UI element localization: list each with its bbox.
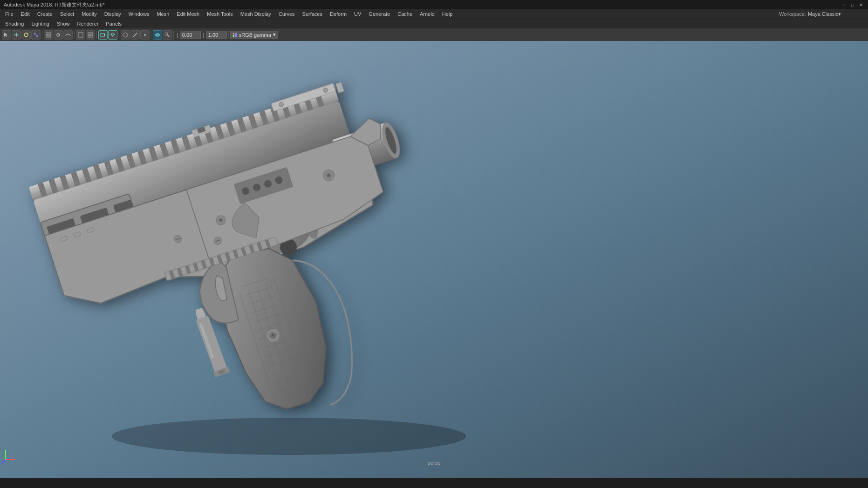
svg-rect-21 xyxy=(88,35,90,37)
value2-label: | xyxy=(201,32,205,38)
vertex-select-btn[interactable] xyxy=(140,30,150,40)
viewport-menu-shading[interactable]: Shading xyxy=(2,20,27,27)
viewport-menu-panels[interactable]: Panels xyxy=(103,20,125,27)
menu-deform[interactable]: Deform xyxy=(327,10,350,18)
svg-rect-23 xyxy=(101,34,104,36)
sep7 xyxy=(228,31,229,39)
svg-rect-20 xyxy=(91,33,93,34)
viewport[interactable]: persp xyxy=(0,41,868,478)
svg-marker-29 xyxy=(123,33,128,37)
value2-input[interactable] xyxy=(206,31,227,39)
svg-line-11 xyxy=(35,34,36,35)
select-tool-btn[interactable] xyxy=(2,30,11,40)
workspace-bar: Workspace: Maya Classic▾ xyxy=(775,9,868,19)
svg-rect-38 xyxy=(235,33,237,37)
menu-surfaces[interactable]: Surfaces xyxy=(299,10,326,18)
menu-help[interactable]: Help xyxy=(439,10,456,18)
title-bar: Autodesk Maya 2018: H:\新建文件夹\a2.mb* ─ □ … xyxy=(0,0,868,9)
menu-mesh-tools[interactable]: Mesh Tools xyxy=(204,10,236,18)
edge-select-btn[interactable] xyxy=(130,30,140,40)
svg-rect-22 xyxy=(91,35,93,37)
svg-point-7 xyxy=(24,33,28,37)
sep5 xyxy=(151,31,151,39)
svg-point-25 xyxy=(111,33,114,36)
menu-modify[interactable]: Modify xyxy=(78,10,100,18)
viewport-menu-bar: Shading Lighting Show Renderer Panels xyxy=(0,19,868,28)
menu-create[interactable]: Create xyxy=(34,10,56,18)
single-pane-btn[interactable] xyxy=(76,30,85,40)
svg-rect-39 xyxy=(233,35,234,37)
svg-rect-13 xyxy=(49,33,51,34)
viewport-menu-show[interactable]: Show xyxy=(54,20,73,27)
sep2 xyxy=(74,31,75,39)
menu-edit[interactable]: Edit xyxy=(18,10,33,18)
toolbar: | | sRGB gamma ▾ xyxy=(0,28,868,41)
svg-point-34 xyxy=(165,33,168,35)
snap-point-btn[interactable] xyxy=(54,30,63,40)
window-controls[interactable]: ─ □ ✕ xyxy=(841,1,864,8)
svg-line-30 xyxy=(133,33,137,37)
menu-file[interactable]: File xyxy=(2,10,17,18)
four-pane-btn[interactable] xyxy=(86,30,95,40)
viewport-menu-lighting[interactable]: Lighting xyxy=(28,20,53,27)
camera-btn[interactable] xyxy=(98,30,108,40)
close-button[interactable]: ✕ xyxy=(858,1,864,8)
color-space-label: sRGB gamma xyxy=(239,32,271,38)
window-title: Autodesk Maya 2018: H:\新建文件夹\a2.mb* xyxy=(4,1,104,8)
menu-select[interactable]: Select xyxy=(57,10,78,18)
svg-rect-9 xyxy=(34,33,35,34)
workspace-value[interactable]: Maya Classic▾ xyxy=(808,11,841,17)
poly-select-btn[interactable] xyxy=(121,30,130,40)
svg-marker-24 xyxy=(104,34,105,36)
menu-generate[interactable]: Generate xyxy=(365,10,393,18)
menu-mesh[interactable]: Mesh xyxy=(153,10,172,18)
menu-cache[interactable]: Cache xyxy=(394,10,416,18)
toolbar-left-group: | | sRGB gamma ▾ xyxy=(2,30,278,40)
minimize-button[interactable]: ─ xyxy=(841,1,847,8)
svg-rect-37 xyxy=(233,33,234,34)
svg-rect-18 xyxy=(78,33,83,37)
menu-uv[interactable]: UV xyxy=(351,10,364,18)
sep4 xyxy=(119,31,119,39)
soft-select-btn[interactable] xyxy=(153,30,162,40)
svg-rect-19 xyxy=(88,33,90,34)
menu-edit-mesh[interactable]: Edit Mesh xyxy=(173,10,203,18)
menu-display[interactable]: Display xyxy=(101,10,124,18)
maximize-button[interactable]: □ xyxy=(849,1,856,8)
menu-mesh-display[interactable]: Mesh Display xyxy=(237,10,274,18)
svg-point-31 xyxy=(144,34,146,36)
color-space-arrow: ▾ xyxy=(273,32,276,38)
move-tool-btn[interactable] xyxy=(12,30,21,40)
svg-rect-12 xyxy=(46,33,48,34)
svg-point-17 xyxy=(58,34,59,35)
svg-rect-14 xyxy=(46,35,48,37)
svg-rect-10 xyxy=(36,35,38,37)
snap-curve-btn[interactable] xyxy=(63,30,73,40)
menu-bar: File Edit Create Select Modify Display W… xyxy=(0,9,868,19)
svg-line-35 xyxy=(168,35,170,37)
svg-point-41 xyxy=(112,418,466,455)
workspace-label: Workspace: xyxy=(779,11,806,17)
sep3 xyxy=(96,31,97,39)
svg-point-33 xyxy=(156,34,159,36)
sep6 xyxy=(173,31,174,39)
sep1 xyxy=(42,31,42,39)
lights-btn[interactable] xyxy=(108,30,117,40)
value1-input[interactable] xyxy=(180,31,201,39)
snap-grid-btn[interactable] xyxy=(44,30,53,40)
status-bar xyxy=(0,478,868,488)
svg-rect-15 xyxy=(49,35,51,37)
value1-label: | xyxy=(175,32,179,38)
viewport-menu-renderer[interactable]: Renderer xyxy=(74,20,102,27)
menu-arnold[interactable]: Arnold xyxy=(417,10,438,18)
color-space-dropdown[interactable]: sRGB gamma ▾ xyxy=(230,31,278,39)
menu-curves[interactable]: Curves xyxy=(275,10,298,18)
menu-windows[interactable]: Windows xyxy=(125,10,153,18)
svg-marker-0 xyxy=(4,33,7,37)
rotate-tool-btn[interactable] xyxy=(21,30,31,40)
scale-tool-btn[interactable] xyxy=(31,30,41,40)
gun-render xyxy=(0,41,868,478)
paint-weights-btn[interactable] xyxy=(163,30,172,40)
